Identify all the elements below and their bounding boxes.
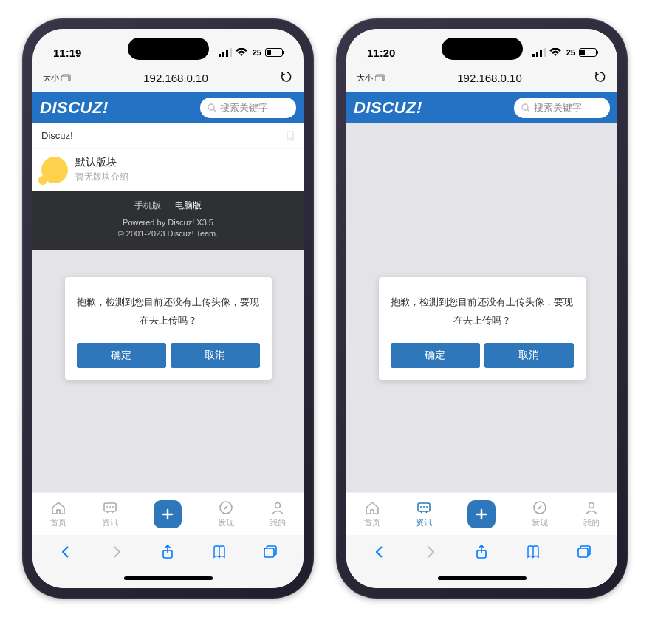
svg-rect-2 [226, 50, 228, 57]
search-placeholder: 搜索关键字 [220, 101, 268, 115]
dialog-ok-button[interactable]: 确定 [77, 343, 166, 368]
reload-icon[interactable] [594, 70, 607, 86]
back-button[interactable] [55, 545, 77, 562]
forum-row[interactable]: 默认版块 暂无版块介绍 [32, 149, 304, 191]
address-url[interactable]: 192.168.0.10 [143, 72, 208, 84]
battery-icon [265, 48, 283, 57]
svg-point-13 [275, 503, 280, 508]
home-indicator[interactable] [32, 572, 304, 588]
search-placeholder: 搜索关键字 [534, 101, 582, 115]
svg-rect-22 [375, 76, 383, 81]
page-content: DISCUZ! 搜索关键字 Discuz! 默认版块 暂无版块介绍 [32, 92, 304, 492]
svg-line-24 [527, 109, 529, 112]
address-url[interactable]: 192.168.0.10 [457, 72, 522, 84]
home-icon [364, 500, 380, 516]
svg-rect-16 [264, 548, 274, 557]
tab-label: 资讯 [102, 517, 118, 528]
bookmarks-button[interactable] [208, 545, 230, 562]
forum-desc: 暂无版块介绍 [75, 171, 128, 183]
discuz-logo[interactable]: DISCUZ! [40, 98, 109, 117]
bookmark-icon[interactable] [286, 131, 295, 141]
cellular-icon [532, 48, 546, 57]
bookmarks-button[interactable] [522, 545, 544, 562]
svg-point-9 [106, 506, 108, 508]
svg-point-28 [426, 506, 428, 508]
app-header: DISCUZ! 搜索关键字 [32, 92, 304, 123]
discuz-logo[interactable]: DISCUZ! [354, 98, 422, 117]
bottom-tabbar: 首页 资讯 发现 我的 [32, 492, 304, 535]
reload-icon[interactable] [280, 70, 293, 86]
share-button[interactable] [470, 545, 493, 562]
compass-icon [532, 500, 548, 516]
phone-frame-2: 11:20 25 大小 192.168.0.10 DISCUZ! 搜索关键字 [336, 18, 628, 599]
compass-icon [218, 500, 234, 516]
tab-label: 发现 [532, 517, 548, 528]
avatar-prompt-dialog: 抱歉，检测到您目前还没有上传头像，要现在去上传吗？ 确定 取消 [65, 277, 272, 380]
tabs-button[interactable] [573, 545, 595, 562]
share-button[interactable] [157, 545, 179, 562]
tab-label: 我的 [583, 517, 600, 528]
text-size-control[interactable]: 大小 [43, 72, 72, 83]
svg-point-6 [208, 104, 214, 110]
battery-percent: 25 [566, 48, 575, 57]
safari-toolbar [346, 535, 617, 572]
back-button[interactable] [368, 545, 391, 562]
dialog-cancel-button[interactable]: 取消 [171, 343, 260, 368]
forward-button[interactable] [419, 545, 442, 562]
svg-rect-17 [532, 54, 535, 57]
svg-line-7 [213, 109, 216, 112]
breadcrumb[interactable]: Discuz! [32, 123, 304, 149]
person-icon [270, 500, 286, 516]
svg-point-23 [522, 104, 528, 110]
forward-button[interactable] [106, 545, 128, 562]
plus-icon [160, 507, 175, 522]
search-icon [208, 103, 216, 112]
powered-by: Powered by Discuz! X3.5 [32, 218, 304, 227]
dialog-message: 抱歉，检测到您目前还没有上传头像，要现在去上传吗？ [391, 293, 574, 330]
search-input[interactable]: 搜索关键字 [200, 98, 296, 118]
person-icon [583, 500, 600, 516]
tab-discover[interactable]: 发现 [218, 500, 234, 528]
battery-percent: 25 [253, 48, 261, 57]
dialog-cancel-button[interactable]: 取消 [484, 343, 574, 368]
forum-avatar-icon [41, 157, 68, 183]
tab-label: 首页 [364, 517, 380, 528]
tab-label: 发现 [218, 517, 234, 528]
svg-point-30 [589, 503, 594, 508]
svg-point-11 [112, 506, 114, 508]
tabs-button[interactable] [259, 545, 281, 562]
page-content: DISCUZ! 搜索关键字 抱歉，检测到您目前还没有上传头像，要现在去上传吗？ … [346, 92, 617, 492]
tab-add-button[interactable] [154, 500, 182, 528]
desktop-view-link[interactable]: 电脑版 [175, 200, 202, 211]
tab-discover[interactable]: 发现 [532, 500, 548, 528]
phone-frame-1: 11:19 25 大小 192.168.0.10 DISCUZ! 搜索关键字 [22, 18, 314, 599]
dialog-ok-button[interactable]: 确定 [391, 343, 480, 368]
safari-toolbar [32, 535, 304, 572]
svg-point-10 [109, 506, 111, 508]
svg-rect-19 [540, 50, 542, 57]
tab-home[interactable]: 首页 [364, 500, 380, 528]
svg-rect-3 [230, 48, 232, 57]
tab-add-button[interactable] [467, 500, 496, 528]
tab-mine[interactable]: 我的 [270, 500, 286, 528]
tab-news[interactable]: 资讯 [416, 500, 432, 528]
forum-list: Discuz! 默认版块 暂无版块介绍 [32, 123, 304, 191]
search-input[interactable]: 搜索关键字 [514, 98, 610, 118]
news-icon [102, 500, 118, 516]
bottom-tabbar: 首页 资讯 发现 我的 [346, 492, 617, 535]
text-size-control[interactable]: 大小 [357, 72, 385, 83]
tab-mine[interactable]: 我的 [583, 500, 600, 528]
mobile-view-link[interactable]: 手机版 [134, 200, 161, 211]
svg-point-27 [423, 506, 425, 508]
tab-label: 资讯 [416, 517, 432, 528]
home-icon [50, 500, 66, 516]
copyright: © 2001-2023 Discuz! Team. [32, 229, 304, 238]
dynamic-island [128, 38, 209, 60]
tab-home[interactable]: 首页 [50, 500, 66, 528]
home-indicator[interactable] [346, 572, 617, 588]
svg-rect-1 [222, 52, 224, 57]
plus-icon [474, 507, 489, 522]
tab-news[interactable]: 资讯 [102, 500, 118, 528]
page-footer: 手机版 | 电脑版 Powered by Discuz! X3.5 © 2001… [32, 191, 304, 250]
tab-label: 首页 [50, 517, 66, 528]
